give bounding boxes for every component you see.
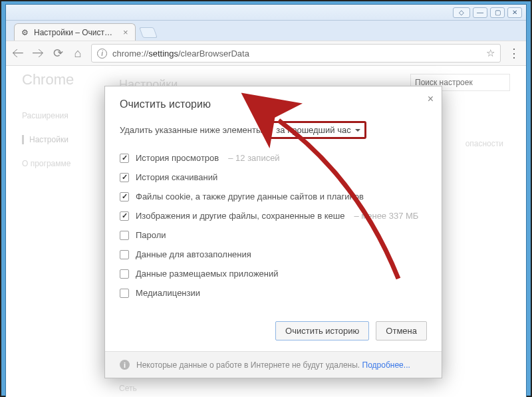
- option-hint: – менее 337 МБ: [354, 211, 418, 221]
- checkbox-cookies[interactable]: [120, 192, 129, 201]
- checkbox-hostedapps[interactable]: [120, 269, 129, 279]
- dialog-prompt: Удалить указанные ниже элементы: [120, 125, 262, 135]
- home-button[interactable]: ⌂: [71, 47, 84, 61]
- clear-button[interactable]: Очистить историю: [275, 321, 369, 340]
- option-row-cookies[interactable]: Файлы cookie, а также другие данные сайт…: [120, 187, 427, 206]
- checkbox-medialicenses[interactable]: [120, 289, 129, 298]
- titlebar: ◇ — ▢ ✕: [6, 5, 526, 21]
- user-icon[interactable]: ◇: [453, 7, 470, 18]
- checkbox-autofill[interactable]: [120, 250, 129, 259]
- option-label: Медиалицензии: [136, 288, 200, 298]
- option-label: Данные для автозаполнения: [136, 249, 251, 259]
- menu-button[interactable]: ⋮: [507, 46, 521, 61]
- maximize-button[interactable]: ▢: [490, 7, 505, 18]
- new-tab-button[interactable]: [139, 27, 158, 38]
- toolbar: 🡠 🡢 ⟳ ⌂ i chrome://settings/clearBrowser…: [6, 41, 526, 66]
- option-label: Данные размещаемых приложений: [136, 269, 279, 279]
- bg-footer-text: Сеть: [119, 384, 137, 393]
- brand-label: Chrome: [22, 71, 74, 88]
- dialog-close-button[interactable]: ×: [428, 93, 434, 105]
- url-text: chrome://settings/clearBrowserData: [112, 49, 249, 59]
- dialog-title: Очистить историю: [120, 98, 427, 110]
- option-label: История просмотров: [136, 153, 219, 163]
- close-tab-icon[interactable]: ×: [123, 27, 128, 37]
- sidebar-item-about[interactable]: О программе: [22, 159, 70, 168]
- option-label: Файлы cookie, а также другие данные сайт…: [136, 192, 364, 201]
- time-range-select[interactable]: за прошедший час: [269, 121, 366, 139]
- bookmark-star-icon[interactable]: ☆: [486, 47, 495, 59]
- gear-icon: ⚙: [21, 28, 29, 37]
- option-hint: – 12 записей: [228, 153, 279, 163]
- cancel-button[interactable]: Отмена: [376, 321, 427, 340]
- checkbox-downloads[interactable]: [120, 173, 129, 182]
- tab-title: Настройки – Очистить и: [34, 28, 114, 37]
- clear-data-dialog: Очистить историю × Удалить указанные ниж…: [104, 86, 442, 378]
- option-row-medialicenses[interactable]: Медиалицензии: [120, 283, 427, 303]
- omnibox[interactable]: i chrome://settings/clearBrowserData ☆: [91, 44, 501, 63]
- tab-settings[interactable]: ⚙ Настройки – Очистить и ×: [14, 23, 136, 41]
- option-row-history[interactable]: История просмотров – 12 записей: [120, 148, 427, 168]
- checkbox-cache[interactable]: [120, 211, 129, 221]
- checkbox-history[interactable]: [120, 154, 129, 163]
- learn-more-link[interactable]: Подробнее...: [362, 360, 410, 370]
- option-row-autofill[interactable]: Данные для автозаполнения: [120, 245, 427, 264]
- footer-text: Некоторые данные о работе в Интернете не…: [136, 360, 360, 370]
- sidebar-item-settings[interactable]: Настройки: [22, 135, 70, 144]
- close-window-button[interactable]: ✕: [507, 7, 522, 18]
- option-row-hostedapps[interactable]: Данные размещаемых приложений: [120, 264, 427, 283]
- option-label: Изображения и другие файлы, сохраненные …: [136, 211, 344, 221]
- minimize-button[interactable]: —: [473, 7, 487, 18]
- reload-button[interactable]: ⟳: [51, 46, 65, 61]
- forward-button[interactable]: 🡢: [31, 47, 45, 61]
- option-row-passwords[interactable]: Пароли: [120, 225, 427, 245]
- option-label: История скачиваний: [136, 172, 217, 182]
- dialog-footer: i Некоторые данные о работе в Интернете …: [105, 351, 442, 378]
- page-content: Chrome Настройки Расширения Настройки О …: [6, 66, 526, 397]
- sidebar-nav: Расширения Настройки О программе: [22, 111, 70, 168]
- back-button[interactable]: 🡠: [11, 47, 25, 61]
- option-row-cache[interactable]: Изображения и другие файлы, сохраненные …: [120, 206, 427, 225]
- option-label: Пароли: [136, 230, 166, 240]
- bg-text-security: опасности: [466, 139, 503, 148]
- chrome-window: ◇ — ▢ ✕ ⚙ Настройки – Очистить и × 🡠 🡢 ⟳…: [5, 4, 527, 397]
- option-row-downloads[interactable]: История скачиваний: [120, 168, 427, 187]
- sidebar-item-extensions[interactable]: Расширения: [22, 111, 70, 120]
- info-icon: i: [120, 360, 130, 370]
- site-info-icon[interactable]: i: [97, 49, 107, 59]
- checkbox-passwords[interactable]: [120, 231, 129, 240]
- tab-strip: ⚙ Настройки – Очистить и ×: [6, 21, 526, 41]
